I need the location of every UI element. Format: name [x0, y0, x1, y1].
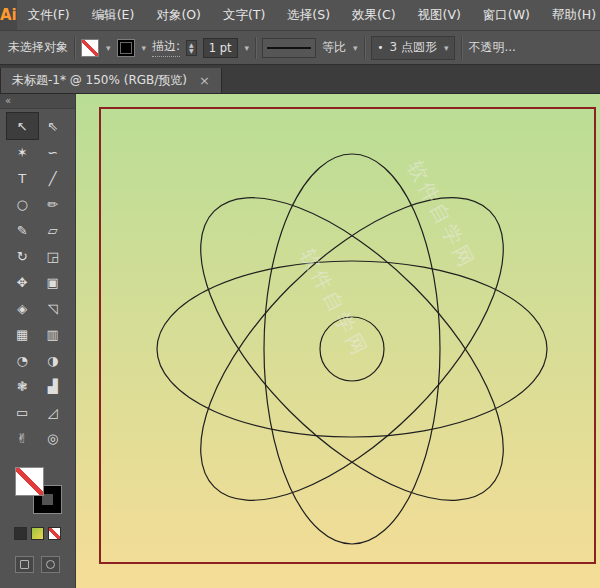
tools-panel: « ↖⇖✶∽T╱○✏✎▱↻◲✥▣◈◹▦▥◔◑❃▟▭◿✌◎	[0, 94, 76, 588]
blend-tool[interactable]: ◑	[38, 347, 69, 373]
artboard-canvas[interactable]: 软件自学网软件自学网	[76, 94, 600, 588]
type-tool[interactable]: T	[7, 165, 38, 191]
artwork-ellipse	[264, 154, 440, 544]
stroke-label[interactable]: 描边:	[152, 38, 180, 57]
opacity-label[interactable]: 不透明...	[468, 39, 515, 56]
perspective-grid-tool[interactable]: ◹	[38, 295, 69, 321]
shape-builder-tool[interactable]: ◈	[7, 295, 38, 321]
profile-dropdown-icon[interactable]: ▾	[353, 43, 358, 53]
separator	[461, 37, 462, 59]
artboard-tool[interactable]: ▭	[7, 399, 38, 425]
document-tab-bar: 未标题-1* @ 150% (RGB/预览) ×	[0, 65, 600, 94]
menu-item-select[interactable]: 选择(S)	[276, 7, 341, 24]
paint-mode-row	[0, 527, 75, 540]
collapse-panel-icon[interactable]: «	[0, 94, 75, 109]
brush-dropdown-icon: ▾	[444, 43, 449, 53]
brush-definition-select[interactable]: • 3 点圆形 ▾	[371, 36, 456, 60]
menu-item-edit[interactable]: 编辑(E)	[81, 7, 146, 24]
brush-definition-label: 3 点圆形	[389, 39, 436, 56]
color-button[interactable]	[14, 527, 27, 540]
scale-tool[interactable]: ◲	[38, 243, 69, 269]
tool-grid: ↖⇖✶∽T╱○✏✎▱↻◲✥▣◈◹▦▥◔◑❃▟▭◿✌◎	[0, 109, 75, 451]
width-profile-preview[interactable]	[262, 38, 316, 58]
fill-stroke-indicator	[15, 467, 61, 513]
artwork-svg	[76, 94, 600, 588]
draw-normal-mode-button[interactable]	[15, 556, 34, 573]
menu-item-view[interactable]: 视图(V)	[407, 7, 472, 24]
lasso-tool[interactable]: ∽	[38, 139, 69, 165]
brush-dot-icon: •	[378, 42, 384, 53]
separator	[74, 37, 75, 59]
menu-item-help[interactable]: 帮助(H)	[541, 7, 600, 24]
illustrator-logo: Ai	[0, 0, 17, 30]
menu-bar: Ai 文件(F)编辑(E)对象(O)文字(T)选择(S)效果(C)视图(V)窗口…	[0, 0, 600, 31]
stroke-width-dropdown-icon[interactable]: ▾	[245, 43, 250, 53]
zoom-tool[interactable]: ◎	[38, 425, 69, 451]
profile-label[interactable]: 等比	[322, 39, 346, 56]
direct-selection-tool[interactable]: ⇖	[38, 113, 69, 139]
menu-item-effect[interactable]: 效果(C)	[341, 7, 406, 24]
fill-color-swatch[interactable]	[81, 39, 99, 57]
pencil-tool[interactable]: ✎	[7, 217, 38, 243]
line-segment-tool[interactable]: ╱	[38, 165, 69, 191]
ellipse-tool[interactable]: ○	[7, 191, 38, 217]
menu-items: 文件(F)编辑(E)对象(O)文字(T)选择(S)效果(C)视图(V)窗口(W)…	[17, 7, 600, 24]
selection-tool[interactable]: ↖	[7, 113, 38, 139]
free-transform-tool[interactable]: ▣	[38, 269, 69, 295]
artwork-ellipse	[152, 149, 552, 549]
slice-tool[interactable]: ◿	[38, 399, 69, 425]
width-tool[interactable]: ✥	[7, 269, 38, 295]
menu-item-type[interactable]: 文字(T)	[212, 7, 276, 24]
stroke-color-swatch[interactable]	[117, 39, 135, 57]
column-graph-tool[interactable]: ▟	[38, 373, 69, 399]
main-area: « ↖⇖✶∽T╱○✏✎▱↻◲✥▣◈◹▦▥◔◑❃▟▭◿✌◎ 软件自学网软件自学网	[0, 94, 600, 588]
symbol-sprayer-tool[interactable]: ❃	[7, 373, 38, 399]
magic-wand-tool[interactable]: ✶	[7, 139, 38, 165]
stroke-dropdown-icon[interactable]: ▾	[142, 43, 147, 53]
document-tab[interactable]: 未标题-1* @ 150% (RGB/预览) ×	[0, 68, 222, 93]
control-bar: 未选择对象 ▾ ▾ 描边: ▲▼ 1 pt ▾ 等比 ▾ • 3 点圆形 ▾ 不…	[0, 31, 600, 65]
selection-status: 未选择对象	[8, 39, 68, 56]
tab-close-icon[interactable]: ×	[199, 73, 210, 88]
illustrator-window: Ai 文件(F)编辑(E)对象(O)文字(T)选择(S)效果(C)视图(V)窗口…	[0, 0, 600, 588]
artwork-center-circle	[320, 317, 384, 381]
document-tab-title: 未标题-1* @ 150% (RGB/预览)	[12, 72, 187, 89]
eyedropper-tool[interactable]: ◔	[7, 347, 38, 373]
stroke-width-value[interactable]: 1 pt	[203, 38, 238, 58]
hand-tool[interactable]: ✌	[7, 425, 38, 451]
stroke-width-stepper[interactable]: ▲▼	[186, 40, 197, 56]
gradient-tool[interactable]: ▥	[38, 321, 69, 347]
fill-dropdown-icon[interactable]: ▾	[106, 43, 111, 53]
separator	[364, 37, 365, 59]
menu-item-object[interactable]: 对象(O)	[145, 7, 212, 24]
eraser-tool[interactable]: ▱	[38, 217, 69, 243]
profile-line-icon	[267, 47, 311, 49]
mesh-tool[interactable]: ▦	[7, 321, 38, 347]
menu-item-file[interactable]: 文件(F)	[17, 7, 81, 24]
menu-item-window[interactable]: 窗口(W)	[472, 7, 541, 24]
rotate-tool[interactable]: ↻	[7, 243, 38, 269]
drawing-modes-row	[0, 556, 75, 573]
none-button[interactable]	[48, 527, 61, 540]
paintbrush-tool[interactable]: ✏	[38, 191, 69, 217]
artwork-ellipse	[157, 261, 547, 437]
fill-swatch[interactable]	[15, 467, 44, 496]
artboard-border	[100, 108, 595, 563]
separator	[255, 37, 256, 59]
artwork-ellipse	[152, 149, 552, 549]
draw-behind-mode-button[interactable]	[41, 556, 60, 573]
gradient-button[interactable]	[31, 527, 44, 540]
